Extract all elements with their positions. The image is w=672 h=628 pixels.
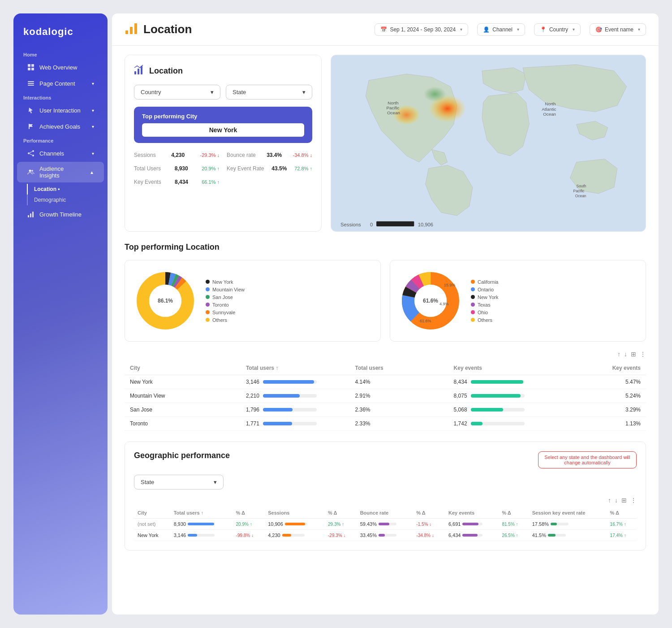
- geo-header: Geographic performance Select any state …: [134, 451, 637, 468]
- geo-col-s-delta: % Δ: [324, 507, 357, 519]
- grid-icon: [27, 63, 35, 71]
- location-filter-row: Country ▾ State ▾: [134, 85, 312, 100]
- page-title: Location: [143, 22, 192, 36]
- legend-item-ohio: Ohio: [471, 310, 498, 315]
- svg-text:15.9%: 15.9%: [444, 283, 456, 287]
- main-content: Location 📅 Sep 1, 2024 - Sep 30, 2024 ▾ …: [112, 13, 659, 615]
- filter-event-name[interactable]: 🎯 Event name ▾: [590, 23, 646, 36]
- top-city-label: Top performing City: [142, 113, 304, 120]
- date-range-label: Sep 1, 2024 - Sep 30, 2024: [390, 26, 456, 33]
- more-options-icon[interactable]: ⋮: [640, 351, 646, 358]
- state-chart-legend: California Ontario New York: [471, 279, 498, 323]
- geo-title: Geographic performance: [134, 451, 230, 460]
- metrics-grid: Sessions 4,230 -29.3% ↓ Bounce rate 33.4…: [134, 150, 312, 187]
- geo-alert: Select any state and the dashboard will …: [538, 451, 637, 468]
- export-icon[interactable]: ⊞: [631, 351, 636, 358]
- filter-channel[interactable]: 👤 Channel ▾: [477, 23, 525, 36]
- table-row: New York 3,146 -99.8% ↓ 4,230: [134, 530, 637, 541]
- geographic-section: Geographic performance Select any state …: [125, 442, 646, 550]
- geo-col-skev-delta: % Δ: [607, 507, 637, 519]
- sidebar-item-audience-insights[interactable]: Audience Insights ▲: [17, 162, 104, 182]
- geo-skev-delta: 16.7% ↑: [607, 519, 637, 530]
- sidebar-item-channels[interactable]: Channels ▾: [17, 146, 104, 161]
- key-events-pct-cell: 3.29%: [547, 403, 646, 417]
- top-performing-section: Top performing Location: [125, 243, 646, 431]
- geo-sort-desc-icon[interactable]: ↓: [615, 497, 618, 504]
- svg-line-12: [30, 154, 32, 155]
- geo-col-skev: Session key event rate: [529, 507, 607, 519]
- svg-rect-5: [28, 83, 34, 84]
- geo-city-not-set: (not set): [134, 519, 170, 530]
- state-select[interactable]: State ▾: [226, 85, 312, 100]
- geo-col-total-users[interactable]: Total users ↑: [170, 507, 233, 519]
- col-total-users-bar[interactable]: Total users ↑: [241, 361, 350, 375]
- metric-key-event-rate-change: 72.8% ↑: [294, 166, 312, 171]
- legend-dot-others-state: [471, 318, 475, 322]
- location-card-title: Location: [149, 66, 183, 76]
- sort-asc-icon[interactable]: ↑: [617, 351, 620, 358]
- metric-sessions-value: 4,230: [171, 152, 185, 158]
- total-users-bar-cell: 1,771: [241, 417, 350, 431]
- legend-dot-newyork-state: [471, 295, 475, 299]
- calendar-icon: 📅: [380, 26, 387, 33]
- total-users-bar-cell: 1,796: [241, 403, 350, 417]
- geo-col-key-events: Key events: [445, 507, 498, 519]
- filter-date-range[interactable]: 📅 Sep 1, 2024 - Sep 30, 2024 ▾: [375, 23, 468, 36]
- svg-point-27: [423, 87, 446, 102]
- sidebar-item-user-interaction[interactable]: User Interaction ▾: [17, 103, 104, 118]
- chevron-down-icon-country-select: ▾: [211, 89, 214, 95]
- location-bar-icon: [125, 21, 139, 38]
- sidebar-section-home: Home: [13, 48, 108, 59]
- share-icon: [27, 149, 35, 157]
- legend-dot-others-city: [206, 318, 210, 322]
- key-events-bar-cell: 8,434: [448, 375, 547, 389]
- geo-skev: 17.58%: [529, 519, 607, 530]
- top-performing-title: Top performing Location: [125, 243, 646, 252]
- legend-item-mountain-view: Mountain View: [206, 287, 245, 292]
- legend-label-san-jose: San Jose: [212, 295, 233, 300]
- chevron-down-icon-geo-state: ▾: [214, 479, 217, 485]
- total-users-pct-cell: 2.91%: [350, 389, 448, 403]
- legend-item-newyork-state: New York: [471, 295, 498, 300]
- legend-item-ontario: Ontario: [471, 287, 498, 292]
- legend-item-texas: Texas: [471, 302, 498, 308]
- country-select[interactable]: Country ▾: [134, 85, 220, 100]
- metric-sessions: Sessions 4,230 -29.3% ↓: [134, 150, 220, 160]
- state-donut-label: 61.6%: [423, 298, 438, 304]
- legend-dot-sunnyvale: [206, 310, 210, 314]
- sidebar-item-growth-timeline[interactable]: Growth Timeline: [17, 207, 104, 222]
- table-row: (not set) 8,930 20.9% ↑ 10,906: [134, 519, 637, 530]
- svg-rect-20: [134, 23, 137, 34]
- svg-text:Ocean: Ocean: [387, 110, 400, 115]
- col-key-events-pct: Key events: [547, 361, 646, 375]
- metric-bounce-value: 33.4%: [267, 152, 282, 158]
- geo-col-tu-delta: % Δ: [233, 507, 265, 519]
- svg-text:Pacific: Pacific: [573, 189, 585, 193]
- svg-text:Atlantic: Atlantic: [542, 107, 556, 112]
- table-toolbar-top: ↑ ↓ ⊞ ⋮: [125, 351, 646, 358]
- chevron-down-icon-country: ▾: [573, 27, 575, 32]
- sidebar-subitem-demographic[interactable]: Demographic: [27, 195, 104, 205]
- svg-text:0: 0: [370, 222, 373, 227]
- geo-more-options-icon[interactable]: ⋮: [630, 497, 637, 504]
- sidebar-section-performance: Performance: [13, 134, 108, 145]
- metric-total-users-label: Total Users: [134, 165, 161, 172]
- geo-sort-asc-icon[interactable]: ↑: [608, 497, 611, 504]
- geo-state-select[interactable]: State ▾: [134, 475, 224, 489]
- filter-country[interactable]: 📍 Country ▾: [534, 23, 581, 36]
- svg-point-9: [28, 152, 30, 154]
- svg-text:4.9%: 4.9%: [439, 302, 449, 306]
- geo-br-delta: -34.8% ↓: [413, 530, 445, 541]
- svg-rect-21: [134, 71, 136, 74]
- geo-filter-row: State ▾: [134, 475, 224, 489]
- sort-desc-icon[interactable]: ↓: [624, 351, 627, 358]
- total-users-pct-cell: 2.36%: [350, 403, 448, 417]
- sidebar-item-page-content[interactable]: Page Content ▾: [17, 76, 104, 91]
- sidebar-item-web-overview[interactable]: Web Overview: [17, 60, 104, 75]
- metric-key-events-change: 66.1% ↑: [202, 179, 220, 185]
- sidebar-subitem-location[interactable]: Location •: [27, 184, 104, 195]
- svg-rect-18: [125, 30, 128, 34]
- geo-export-icon[interactable]: ⊞: [621, 497, 627, 504]
- sidebar-item-achieved-goals[interactable]: Achieved Goals ▾: [17, 119, 104, 134]
- svg-rect-6: [28, 85, 34, 86]
